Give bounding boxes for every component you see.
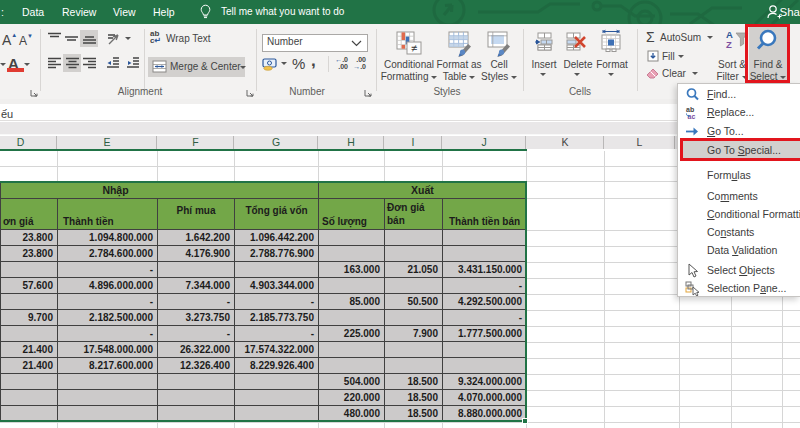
svg-text:ab: ab [686, 106, 694, 113]
svg-text:≠: ≠ [411, 42, 417, 54]
